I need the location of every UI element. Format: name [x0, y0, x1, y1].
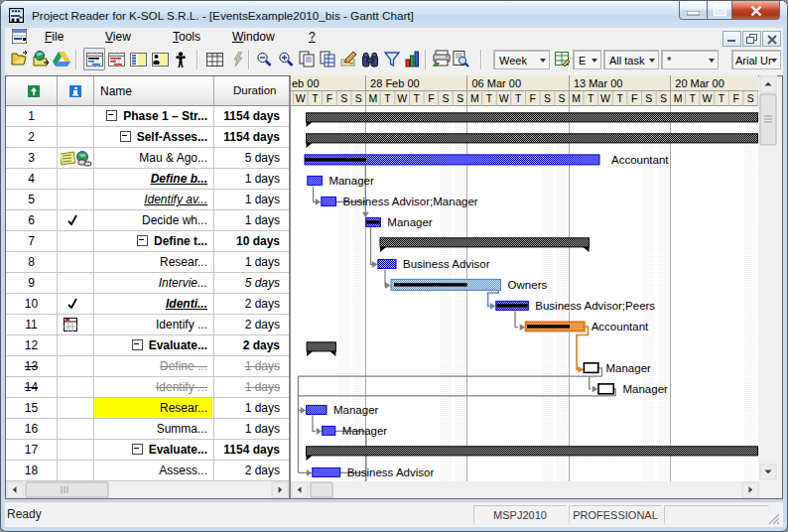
svg-text:20 Mar 00: 20 Mar 00 — [675, 77, 724, 89]
svg-text:Manager: Manager — [623, 383, 669, 395]
svg-text:S: S — [443, 92, 450, 104]
svg-text:F: F — [327, 92, 332, 104]
svg-text:T: T — [384, 92, 391, 104]
svg-text:S: S — [645, 92, 652, 104]
svg-text:T: T — [719, 92, 725, 104]
svg-text:S: S — [747, 92, 754, 104]
svg-text:F: F — [530, 92, 536, 104]
svg-text:Manager: Manager — [606, 362, 652, 374]
svg-text:T: T — [515, 92, 522, 104]
svg-text:T: T — [588, 92, 594, 104]
svg-text:S: S — [559, 92, 566, 104]
svg-text:W: W — [702, 92, 712, 104]
svg-text:Accountant: Accountant — [611, 154, 669, 166]
svg-text:Manager: Manager — [342, 425, 388, 437]
svg-text:Manager: Manager — [328, 175, 374, 187]
svg-text:F: F — [732, 92, 738, 104]
svg-text:13 Mar 00: 13 Mar 00 — [574, 77, 623, 89]
svg-text:Manager: Manager — [333, 404, 379, 416]
svg-text:Business Advisor;Manager: Business Advisor;Manager — [343, 196, 478, 207]
svg-text:F: F — [631, 92, 637, 104]
svg-text:S: S — [457, 92, 463, 104]
svg-text:Business Advisor: Business Advisor — [347, 466, 435, 478]
svg-text:Business Advisor: Business Advisor — [403, 258, 490, 270]
svg-text:T: T — [689, 92, 696, 104]
svg-text:S: S — [340, 92, 347, 104]
svg-text:eb 00: eb 00 — [292, 77, 320, 89]
svg-text:T: T — [312, 92, 319, 104]
svg-text:T: T — [486, 92, 493, 104]
svg-text:W: W — [499, 92, 509, 104]
svg-text:28 Feb 00: 28 Feb 00 — [370, 77, 420, 89]
svg-text:M: M — [369, 92, 378, 104]
svg-text:M: M — [470, 92, 479, 104]
svg-text:T: T — [414, 92, 421, 104]
svg-text:F: F — [428, 92, 434, 104]
svg-text:06 Mar 00: 06 Mar 00 — [472, 77, 522, 89]
svg-text:S: S — [544, 92, 551, 104]
svg-text:Business Advisor;Peers: Business Advisor;Peers — [535, 300, 655, 312]
svg-text:W: W — [296, 92, 306, 104]
svg-text:S: S — [660, 92, 667, 104]
svg-text:S: S — [355, 92, 362, 104]
svg-text:Accountant: Accountant — [591, 321, 649, 332]
svg-text:T: T — [616, 92, 623, 104]
svg-text:M: M — [674, 92, 683, 104]
svg-text:W: W — [397, 92, 407, 104]
svg-text:M: M — [572, 92, 581, 104]
svg-text:W: W — [600, 92, 610, 104]
svg-text:Manager: Manager — [387, 216, 433, 228]
svg-text:Owners: Owners — [508, 279, 548, 291]
